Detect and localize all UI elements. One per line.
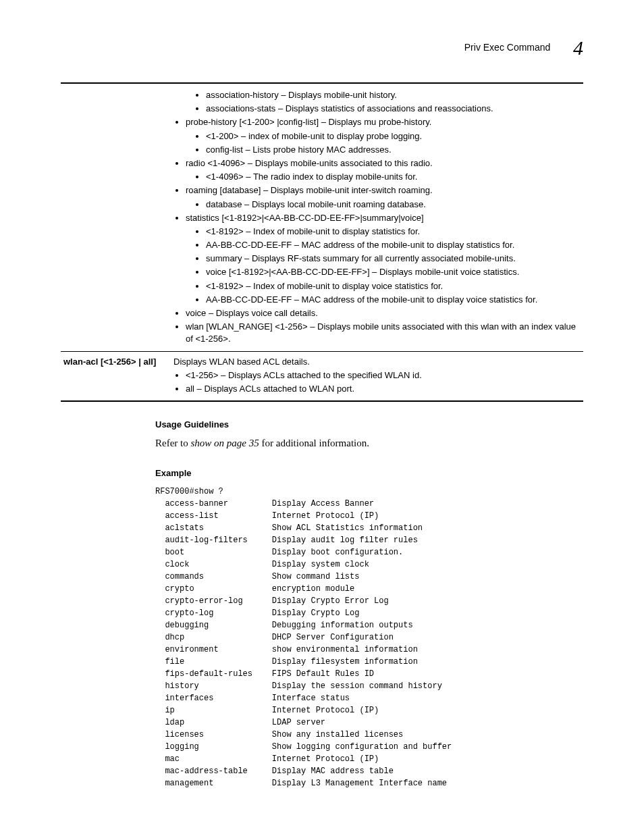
list-item: probe-history [<1-200> |config-list] – D…: [186, 116, 581, 128]
list-item: AA-BB-CC-DD-EE-FF – MAC address of the m…: [206, 294, 581, 306]
usage-guidelines-text: Refer to show on page 35 for additional …: [155, 436, 583, 450]
list-item: voice – Displays voice call details.: [186, 307, 581, 319]
list-item: radio <1-4096> – Displays mobile-units a…: [186, 157, 581, 170]
page-header: Priv Exec Command 4: [61, 34, 583, 62]
usage-guidelines-heading: Usage Guidelines: [155, 419, 583, 431]
example-heading: Example: [155, 467, 583, 479]
list-item: roaming [database] – Displays mobile-uni…: [186, 184, 581, 197]
list-item: statistics [<1-8192>|<AA-BB-CC-DD-EE-FF>…: [186, 212, 581, 224]
chapter-number: 4: [573, 36, 583, 59]
list-item: association-history – Displays mobile-un…: [206, 89, 581, 101]
list-item: <1-8192> – Index of mobile-unit to displ…: [206, 280, 581, 292]
list-item: AA-BB-CC-DD-EE-FF – MAC address of the m…: [206, 239, 581, 251]
command-table: association-history – Displays mobile-un…: [61, 82, 583, 402]
list-item: config-list – Lists probe history MAC ad…: [206, 144, 581, 156]
list-item: voice [<1-8192>|<AA-BB-CC-DD-EE-FF>] – D…: [206, 266, 581, 278]
list-item: wlan [WLAN_RANGE] <1-256> – Displays mob…: [186, 321, 581, 345]
param-desc: Displays WLAN based ACL details.: [173, 357, 310, 367]
header-title: Priv Exec Command: [464, 42, 551, 53]
list-item: <1-4096> – The radio index to display mo…: [206, 171, 581, 183]
list-item: database – Displays local mobile-unit ro…: [206, 199, 581, 211]
list-item: associations-stats – Displays statistics…: [206, 103, 581, 115]
list-item: <1-256> – Displays ACLs attached to the …: [186, 369, 581, 382]
option-list: association-history – Displays mobile-un…: [173, 89, 581, 346]
table-row: wlan-acl [<1-256> | all] Displays WLAN b…: [61, 351, 583, 401]
param-label: wlan-acl [<1-256> | all]: [61, 351, 171, 401]
example-code: RFS7000#show ? access-banner Display Acc…: [155, 486, 583, 789]
list-item: <1-8192> – Index of mobile-unit to displ…: [206, 226, 581, 238]
list-item: all – Displays ACLs attached to WLAN por…: [186, 383, 581, 395]
list-item: summary – Displays RF-stats summary for …: [206, 253, 581, 265]
table-row: association-history – Displays mobile-un…: [61, 83, 583, 351]
option-list: <1-256> – Displays ACLs attached to the …: [173, 369, 581, 395]
list-item: <1-200> – index of mobile-unit to displa…: [206, 130, 581, 142]
